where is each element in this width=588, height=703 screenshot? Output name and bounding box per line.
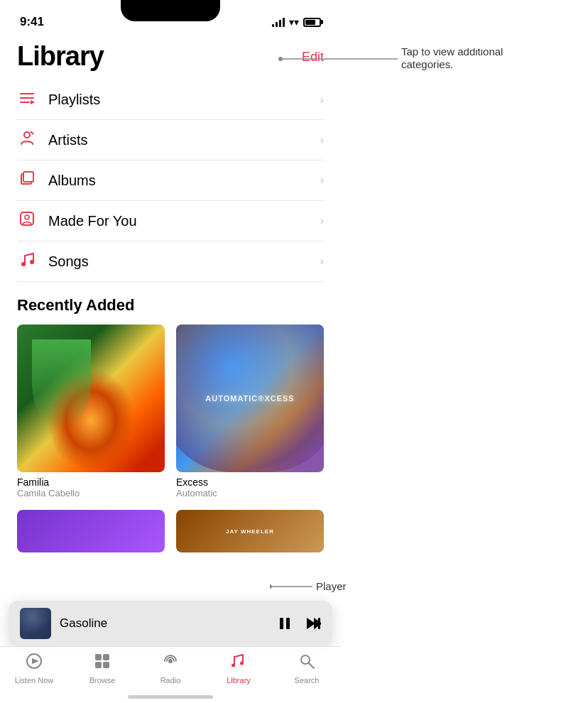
svg-marker-19	[32, 658, 39, 664]
svg-rect-23	[103, 662, 109, 668]
listen-now-icon	[26, 653, 43, 674]
svg-point-10	[25, 215, 29, 219]
made-for-you-icon	[17, 211, 37, 231]
radio-icon	[162, 653, 179, 674]
album-art-familia	[17, 325, 165, 472]
svg-rect-7	[23, 172, 33, 182]
svg-marker-3	[31, 100, 35, 104]
svg-point-25	[232, 664, 235, 667]
phone-frame: 9:41 ▾▾ Library Edit	[0, 0, 341, 703]
tab-browse[interactable]: Browse	[68, 653, 136, 685]
playlists-label: Playlists	[48, 92, 100, 108]
album-grid: Familia Camila Cabello Excess Automatic	[17, 325, 324, 498]
songs-icon	[17, 251, 37, 271]
status-time: 9:41	[20, 15, 44, 29]
recently-added-title: Recently Added	[17, 296, 324, 315]
svg-rect-17	[318, 618, 320, 629]
tab-label-search: Search	[295, 676, 320, 685]
library-item-albums[interactable]: Albums ›	[17, 160, 324, 201]
album-artist-familia: Camila Cabello	[17, 488, 165, 498]
svg-text:Tap to view additional: Tap to view additional	[401, 48, 503, 58]
library-item-playlists[interactable]: Playlists ›	[17, 80, 324, 120]
svg-line-5	[31, 131, 33, 134]
tab-library[interactable]: Library	[205, 653, 273, 685]
signal-icon	[272, 17, 285, 27]
mini-player-controls	[277, 616, 321, 631]
album-partial-2: JAY WHEELER	[176, 510, 324, 552]
made-for-you-label: Made For You	[48, 213, 137, 229]
status-icons: ▾▾	[272, 16, 321, 28]
svg-line-28	[309, 663, 314, 668]
made-for-you-chevron: ›	[320, 214, 324, 227]
album-grid-partial: JAY WHEELER	[17, 510, 324, 552]
home-indicator	[128, 695, 213, 699]
tab-label-library: Library	[227, 676, 251, 685]
album-title-familia: Familia	[17, 476, 165, 488]
album-art-excess	[176, 325, 324, 472]
svg-rect-14	[286, 618, 290, 629]
songs-label: Songs	[48, 254, 89, 270]
browse-icon	[94, 653, 111, 674]
tab-label-browse: Browse	[89, 676, 116, 685]
library-icon	[230, 653, 247, 674]
library-item-songs[interactable]: Songs ›	[17, 241, 324, 282]
albums-label: Albums	[48, 173, 96, 189]
svg-rect-22	[95, 662, 102, 668]
svg-text:categories.: categories.	[401, 58, 453, 70]
tab-label-radio: Radio	[160, 676, 181, 685]
artists-label: Artists	[48, 132, 88, 148]
album-item-familia[interactable]: Familia Camila Cabello	[17, 325, 165, 498]
tab-radio[interactable]: Radio	[136, 653, 205, 685]
svg-point-12	[30, 260, 34, 264]
albums-icon	[17, 170, 37, 190]
skip-forward-button[interactable]	[305, 616, 321, 631]
mini-player-art	[20, 608, 51, 639]
mini-player[interactable]: Gasoline	[9, 601, 332, 646]
page-title: Library	[17, 41, 104, 72]
playlists-icon	[17, 90, 37, 109]
edit-button[interactable]: Edit	[302, 50, 324, 65]
recently-added-section: Recently Added Familia Camila Cabello Ex…	[0, 282, 341, 560]
notch	[121, 0, 220, 21]
svg-point-26	[240, 662, 244, 665]
tab-listen-now[interactable]: Listen Now	[0, 653, 68, 685]
playlists-chevron: ›	[320, 94, 324, 107]
album-partial-1	[17, 510, 165, 552]
svg-rect-13	[280, 618, 283, 629]
tab-label-listen-now: Listen Now	[15, 676, 53, 685]
battery-icon	[303, 18, 321, 27]
header: Library Edit	[0, 36, 341, 75]
albums-chevron: ›	[320, 174, 324, 187]
svg-rect-21	[103, 654, 109, 660]
album-artist-excess: Automatic	[176, 488, 324, 498]
svg-point-4	[24, 132, 30, 138]
library-list: Playlists › Artists ›	[0, 80, 341, 282]
svg-point-27	[301, 655, 310, 664]
artists-chevron: ›	[320, 133, 324, 146]
album-item-excess[interactable]: Excess Automatic	[176, 325, 324, 498]
songs-chevron: ›	[320, 255, 324, 268]
search-icon	[298, 653, 315, 674]
tab-bar: Listen Now Browse	[0, 646, 341, 703]
library-item-made-for-you[interactable]: Made For You ›	[17, 201, 324, 241]
album-title-excess: Excess	[176, 476, 324, 488]
library-item-artists[interactable]: Artists ›	[17, 120, 324, 160]
svg-rect-20	[95, 654, 102, 660]
wifi-icon: ▾▾	[289, 16, 299, 28]
tab-search[interactable]: Search	[273, 653, 341, 685]
svg-point-24	[168, 659, 173, 663]
mini-player-title: Gasoline	[60, 616, 107, 631]
artists-icon	[17, 130, 37, 150]
svg-point-11	[21, 262, 26, 266]
pause-button[interactable]	[277, 616, 293, 631]
album-partial-text: JAY WHEELER	[226, 528, 274, 535]
